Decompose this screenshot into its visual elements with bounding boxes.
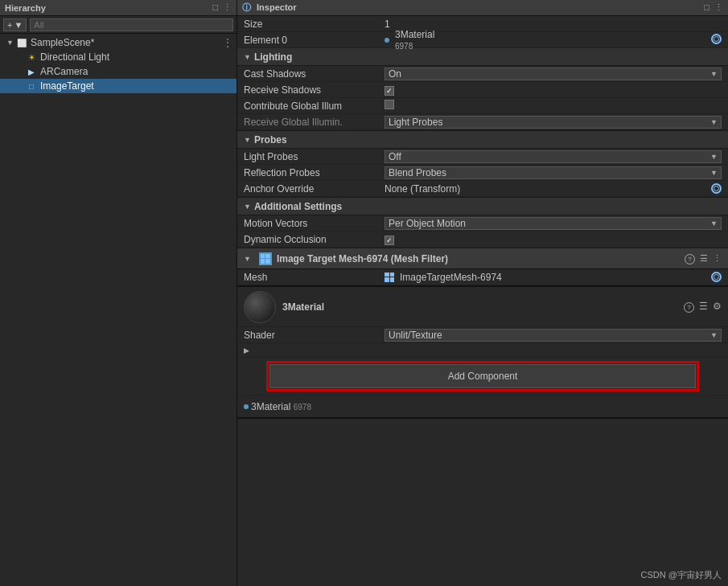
receive-gi-dropdown-btn[interactable]: Light Probes ▼ [385, 116, 722, 129]
motion-vectors-dropdown-btn[interactable]: Per Object Motion ▼ [385, 217, 722, 230]
shader-dropdown[interactable]: Unlit/Texture ▼ [385, 329, 722, 342]
receive-gi-dropdown[interactable]: Light Probes ▼ [385, 116, 722, 129]
hierarchy-search-input[interactable] [30, 18, 233, 31]
reflection-probes-arrow-icon: ▼ [710, 169, 718, 177]
grid-icon [261, 254, 270, 264]
size-label: Size [244, 18, 385, 30]
light-probes-label: Light Probes [244, 151, 385, 162]
hierarchy-add-button[interactable]: + ▼ [3, 18, 27, 31]
mesh-label: Mesh [244, 272, 385, 283]
bottom-material-label: 3Material 6978 [251, 401, 311, 412]
reflection-probes-dropdown[interactable]: Blend Probes ▼ [385, 166, 722, 179]
receive-gi-arrow-icon: ▼ [710, 118, 718, 126]
receive-shadows-row: Receive Shadows [237, 82, 728, 98]
additional-settings-header[interactable]: ▼ Additional Settings [237, 198, 728, 215]
contribute-gi-label: Contribute Global Illum [244, 100, 385, 112]
element0-value: 3Material 6978 [395, 29, 434, 51]
hierarchy-minimize-icon[interactable]: □ [212, 2, 218, 13]
mesh-filter-settings-icon[interactable]: ☰ [700, 253, 708, 264]
hierarchy-items-list: ▼ ⬜ SampleScene* ⋮ ☀ Directional Light ▶… [0, 34, 236, 586]
material-expand-row[interactable]: ▶ [237, 343, 728, 358]
size-value: 1 [385, 18, 722, 30]
receive-gi-row: Receive Global Illumin. Light Probes ▼ [237, 114, 728, 130]
material-help-icon[interactable]: ? [684, 301, 694, 313]
material-thumbnail [244, 291, 276, 323]
shader-label: Shader [244, 330, 385, 341]
bottom-material-dot-icon [244, 404, 249, 409]
mesh-row: Mesh ImageTargetMesh-6974 [237, 269, 728, 285]
element0-row: Element 0 3Material 6978 [237, 32, 728, 48]
mesh-filter-component: ▼ Image Target Mesh-6974 (Mesh Filter) ?… [237, 248, 728, 287]
additional-collapse-arrow-icon: ▼ [244, 203, 251, 211]
material-component: 3Material ? ☰ ⚙ Shader Unlit/Texture ▼ [237, 287, 728, 419]
hierarchy-header: Hierarchy □ ⋮ [0, 0, 236, 16]
grid-cell-2 [265, 254, 270, 259]
contribute-gi-checkbox[interactable] [385, 100, 394, 109]
target-circle-icon[interactable] [711, 34, 722, 44]
reflection-probes-label: Reflection Probes [244, 167, 385, 178]
probes-section-title: Probes [254, 134, 287, 145]
hierarchy-imagetarget-label: ImageTarget [40, 80, 94, 92]
plus-icon: + [7, 20, 12, 30]
additional-settings-section: ▼ Additional Settings Motion Vectors Per… [237, 198, 728, 248]
inspector-menu-icon[interactable]: ⋮ [714, 2, 723, 13]
mesh-filter-menu-icon[interactable]: ⋮ [713, 253, 722, 264]
inspector-title: ⓘ Inspector [242, 2, 297, 14]
light-probes-row: Light Probes Off ▼ [237, 149, 728, 165]
cast-shadows-row: Cast Shadows On ▼ [237, 66, 728, 82]
cast-shadows-dropdown-btn[interactable]: On ▼ [385, 68, 722, 80]
hierarchy-scene-label: SampleScene* [31, 37, 94, 48]
add-component-button[interactable]: Add Component [269, 364, 696, 388]
inspector-info-icon: ⓘ [242, 2, 251, 12]
mesh-filter-component-icon [259, 252, 272, 265]
receive-shadows-label: Receive Shadows [244, 84, 385, 96]
inspector-header-icons: □ ⋮ [704, 2, 723, 13]
receive-gi-label: Receive Global Illumin. [244, 117, 385, 128]
motion-vectors-label: Motion Vectors [244, 218, 385, 229]
mesh-filter-actions: ? ☰ ⋮ [685, 253, 722, 264]
motion-vectors-dropdown[interactable]: Per Object Motion ▼ [385, 217, 722, 230]
hierarchy-panel: Hierarchy □ ⋮ + ▼ ▼ ⬜ SampleScene* ⋮ [0, 0, 237, 586]
anchor-target-icon[interactable] [711, 183, 722, 194]
probes-collapse-arrow-icon: ▼ [244, 136, 251, 144]
dynamic-occlusion-checkbox[interactable] [385, 236, 394, 245]
cast-shadows-dropdown[interactable]: On ▼ [385, 68, 722, 80]
material-menu-icon[interactable]: ⚙ [713, 301, 722, 313]
mesh-filter-arrow-icon: ▼ [244, 255, 251, 263]
reflection-probes-dropdown-btn[interactable]: Blend Probes ▼ [385, 166, 722, 179]
expand-arrow-icon: ▼ [6, 39, 14, 47]
inspector-header: ⓘ Inspector □ ⋮ [237, 0, 728, 16]
mesh-filter-help-icon[interactable]: ? [685, 253, 695, 264]
scene-dots-icon[interactable]: ⋮ [222, 37, 233, 48]
mesh-target-icon[interactable] [711, 272, 722, 282]
inspector-body: Size 1 Element 0 3Material 6978 [237, 16, 728, 586]
light-probes-dropdown[interactable]: Off ▼ [385, 150, 722, 163]
grid-cell-3 [261, 259, 265, 264]
hierarchy-item-directional-light[interactable]: ☀ Directional Light [0, 50, 236, 64]
element0-target-icon[interactable] [711, 34, 722, 47]
watermark: CSDN @宇宙好男人 [641, 569, 722, 581]
anchor-override-row: Anchor Override None (Transform) [237, 181, 728, 197]
shader-dropdown-btn[interactable]: Unlit/Texture ▼ [385, 329, 722, 342]
dropdown-arrow-icon: ▼ [14, 20, 23, 30]
material-name: 3Material [282, 301, 677, 313]
element0-value-container: 3Material 6978 [385, 29, 722, 51]
mesh-grid-cell-1 [385, 273, 389, 277]
cast-shadows-label: Cast Shadows [244, 68, 385, 80]
add-component-container: Add Component [237, 364, 728, 388]
light-probes-dropdown-btn[interactable]: Off ▼ [385, 150, 722, 163]
hierarchy-item-samplescene[interactable]: ▼ ⬜ SampleScene* ⋮ [0, 35, 236, 50]
mesh-filter-name: Image Target Mesh-6974 (Mesh Filter) [277, 253, 680, 264]
inspector-minimize-icon[interactable]: □ [704, 2, 709, 13]
hierarchy-item-imagetarget[interactable]: □ ImageTarget [0, 79, 236, 93]
dynamic-occlusion-row: Dynamic Occlusion [237, 232, 728, 248]
material-header-row: 3Material ? ☰ ⚙ [237, 287, 728, 327]
hierarchy-item-arcamera[interactable]: ▶ ARCamera [0, 64, 236, 79]
receive-shadows-checkbox[interactable] [385, 86, 394, 96]
material-settings-icon[interactable]: ☰ [699, 301, 708, 313]
camera-icon: ▶ [26, 66, 37, 77]
probes-section-header[interactable]: ▼ Probes [237, 131, 728, 149]
hierarchy-light-label: Directional Light [40, 51, 109, 63]
hierarchy-menu-icon[interactable]: ⋮ [223, 2, 232, 13]
receive-shadows-checkbox-container [385, 84, 722, 96]
